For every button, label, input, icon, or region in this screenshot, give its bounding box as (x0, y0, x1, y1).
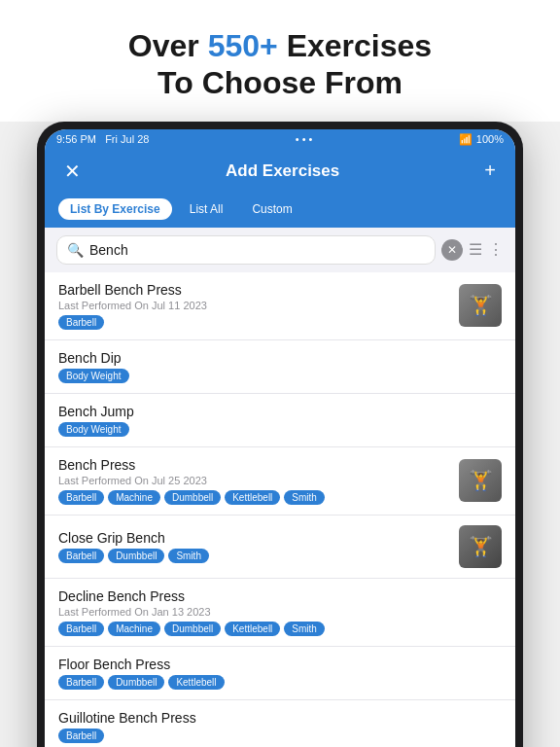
exercise-item[interactable]: Decline Bench Press Last Performed On Ja… (45, 579, 515, 647)
exercise-tag: Barbell (58, 729, 104, 743)
exercise-tag: Barbell (58, 490, 104, 505)
exercise-name: Decline Bench Press (58, 588, 502, 604)
exercise-name: Close Grip Bench (58, 530, 451, 546)
exercise-thumbnail: 🏋️ (459, 525, 502, 568)
exercise-name: Guillotine Bench Press (58, 710, 502, 726)
exercise-info: Bench Jump Body Weight (58, 404, 502, 437)
exercise-date: Last Performed On Jul 25 2023 (58, 475, 451, 486)
status-right: 📶 100% (459, 133, 504, 146)
exercise-tag: Smith (284, 622, 325, 636)
search-input[interactable] (89, 242, 425, 258)
exercise-tag: Machine (108, 622, 160, 636)
wifi-icon: 📶 (459, 133, 472, 146)
exercise-thumbnail: 🏋️ (459, 284, 502, 327)
exercise-tag: Smith (168, 549, 209, 563)
nav-bar: ✕ Add Exercises + (45, 150, 515, 193)
exercise-info: Bench Dip Body Weight (58, 350, 502, 383)
exercise-tag: Kettlebell (225, 490, 280, 505)
exercise-tag: Dumbbell (164, 622, 221, 636)
exercise-item[interactable]: Close Grip Bench BarbellDumbbellSmith 🏋️ (45, 516, 515, 579)
exercise-info: Guillotine Bench Press Barbell (58, 710, 502, 743)
filter-icon[interactable]: ☰ (469, 240, 482, 259)
hero-prefix: Over (128, 28, 208, 63)
exercise-tags: BarbellMachineDumbbellKettlebellSmith (58, 622, 502, 636)
exercise-tags: BarbellDumbbellKettlebell (58, 675, 502, 690)
exercise-tag: Smith (284, 490, 325, 505)
exercise-tag: Dumbbell (108, 549, 164, 563)
exercise-name: Floor Bench Press (58, 657, 502, 672)
tab-list-by-exercise[interactable]: List By Exercise (58, 198, 172, 220)
exercise-tag: Barbell (58, 549, 104, 563)
nav-title: Add Exercises (226, 161, 339, 181)
exercise-info: Barbell Bench Press Last Performed On Ju… (58, 282, 451, 330)
exercise-name: Barbell Bench Press (58, 282, 451, 298)
hero-title: Over 550+ Exercises To Choose From (39, 27, 521, 102)
device-frame: 9:56 PM Fri Jul 28 • • • 📶 100% ✕ Add Ex… (37, 122, 523, 747)
exercise-tag: Machine (108, 490, 160, 505)
exercise-tag: Barbell (58, 675, 104, 690)
exercise-item[interactable]: Bench Dip Body Weight (45, 340, 515, 394)
hero-suffix: Exercises (278, 28, 432, 63)
search-bar: 🔍 ✕ ☰ ⋮ (45, 228, 515, 272)
exercise-tag: Barbell (58, 622, 104, 636)
exercise-name: Bench Jump (58, 404, 502, 419)
exercise-tags: BarbellMachineDumbbellKettlebellSmith (58, 490, 451, 505)
hero-line2: To Choose From (158, 65, 402, 100)
exercise-info: Close Grip Bench BarbellDumbbellSmith (58, 530, 451, 563)
exercise-name: Bench Dip (58, 350, 502, 366)
exercise-info: Bench Press Last Performed On Jul 25 202… (58, 457, 451, 505)
exercise-item[interactable]: Barbell Bench Press Last Performed On Ju… (45, 272, 515, 340)
search-actions: ✕ ☰ ⋮ (441, 239, 504, 261)
exercise-tags: Barbell (58, 729, 502, 743)
exercise-list: Barbell Bench Press Last Performed On Ju… (45, 272, 515, 747)
exercise-item[interactable]: Bench Press Last Performed On Jul 25 202… (45, 447, 515, 516)
close-button[interactable]: ✕ (58, 158, 87, 185)
search-input-wrapper: 🔍 (56, 235, 436, 265)
exercise-tag: Body Weight (58, 422, 129, 437)
hero-highlight: 550+ (208, 28, 278, 63)
tab-list-all[interactable]: List All (178, 198, 235, 220)
exercise-tags: Body Weight (58, 369, 502, 383)
exercise-item[interactable]: Guillotine Bench Press Barbell (45, 700, 515, 747)
status-bar: 9:56 PM Fri Jul 28 • • • 📶 100% (45, 129, 515, 150)
exercise-name: Bench Press (58, 457, 451, 473)
exercise-date: Last Performed On Jul 11 2023 (58, 300, 451, 311)
exercise-tags: BarbellDumbbellSmith (58, 549, 451, 563)
more-options-icon[interactable]: ⋮ (488, 240, 504, 259)
search-icon: 🔍 (67, 242, 84, 258)
device-screen: 9:56 PM Fri Jul 28 • • • 📶 100% ✕ Add Ex… (45, 129, 515, 747)
exercise-item[interactable]: Bench Jump Body Weight (45, 394, 515, 447)
exercise-tag: Kettlebell (168, 675, 224, 690)
exercise-thumbnail: 🏋️ (459, 459, 502, 502)
tab-bar: List By Exercise List All Custom (45, 193, 515, 228)
exercise-info: Floor Bench Press BarbellDumbbellKettleb… (58, 657, 502, 690)
exercise-tags: Body Weight (58, 422, 502, 437)
battery-text: 100% (476, 133, 504, 145)
add-exercise-button[interactable]: + (478, 158, 502, 184)
exercise-tags: Barbell (58, 315, 451, 330)
exercise-item[interactable]: Floor Bench Press BarbellDumbbellKettleb… (45, 647, 515, 700)
exercise-tag: Barbell (58, 315, 104, 330)
exercise-date: Last Performed On Jan 13 2023 (58, 606, 502, 618)
exercise-tag: Kettlebell (225, 622, 280, 636)
exercise-info: Decline Bench Press Last Performed On Ja… (58, 588, 502, 636)
status-dots: • • • (296, 133, 313, 145)
exercise-tag: Dumbbell (108, 675, 164, 690)
exercise-tag: Dumbbell (164, 490, 221, 505)
status-time: 9:56 PM Fri Jul 28 (56, 133, 149, 145)
exercise-tag: Body Weight (58, 369, 129, 383)
tab-custom[interactable]: Custom (240, 198, 303, 220)
clear-search-button[interactable]: ✕ (441, 239, 463, 261)
hero-section: Over 550+ Exercises To Choose From (0, 0, 560, 122)
